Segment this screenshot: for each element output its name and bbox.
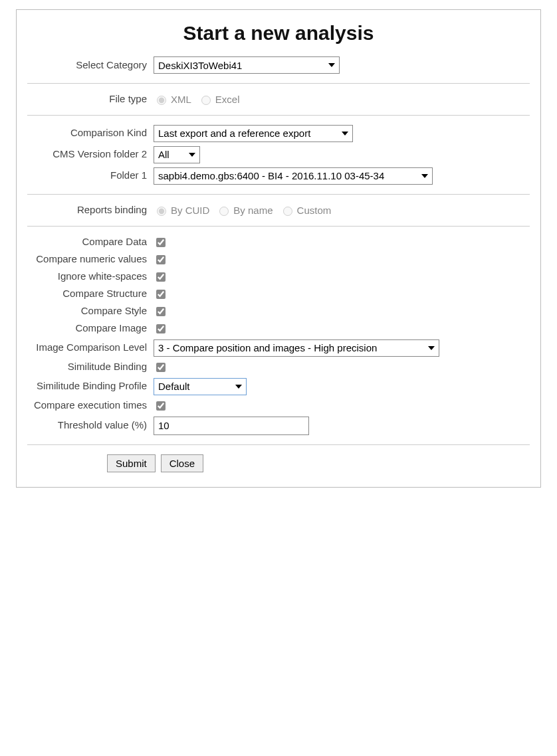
label-folder1: Folder 1 <box>27 169 154 182</box>
row-ignore-ws: Ignore white-spaces <box>27 270 530 284</box>
cms-version-folder2-dropdown[interactable]: All <box>154 146 200 163</box>
compare-data-checkbox[interactable] <box>156 238 166 247</box>
label-file-type: File type <box>27 93 154 106</box>
folder1-dropdown[interactable]: sapbi4.demo.gbs:6400 - BI4 - 2016.11.10 … <box>154 167 433 185</box>
row-select-category: Select Category DeskiXI3ToWebi41 <box>27 56 530 74</box>
label-similitude-binding: Similitude Binding <box>27 361 154 373</box>
label-compare-style: Compare Style <box>27 305 154 318</box>
label-cms-version-folder2: CMS Version folder 2 <box>27 148 154 161</box>
file-type-excel-label: Excel <box>215 94 240 105</box>
reports-binding-custom-label: Custom <box>297 205 332 216</box>
ignore-ws-checkbox[interactable] <box>156 272 166 282</box>
label-image-comp-level: Image Comparison Level <box>27 341 154 354</box>
image-comp-level-dropdown[interactable]: 3 - Compare position and images - High p… <box>154 339 439 357</box>
label-compare-numeric: Compare numeric values <box>27 253 154 266</box>
label-compare-data: Compare Data <box>27 236 154 248</box>
reports-binding-custom-radio[interactable] <box>283 207 292 216</box>
label-select-category: Select Category <box>27 59 154 72</box>
label-compare-exec-times: Compare execution times <box>27 399 154 412</box>
row-compare-exec-times: Compare execution times <box>27 399 530 413</box>
label-comparison-kind: Comparison Kind <box>27 127 154 140</box>
row-similitude-binding-profile: Similitude Binding Profile Default <box>27 378 530 395</box>
compare-numeric-checkbox[interactable] <box>156 255 166 264</box>
comparison-kind-dropdown[interactable]: Last export and a reference export <box>154 125 353 142</box>
reports-binding-by-name-option[interactable]: By name <box>216 205 273 216</box>
label-reports-binding: Reports binding <box>27 204 154 217</box>
row-compare-structure: Compare Structure <box>27 288 530 301</box>
compare-exec-times-checkbox[interactable] <box>156 401 166 411</box>
file-type-xml-option[interactable]: XML <box>154 94 191 105</box>
reports-binding-custom-option[interactable]: Custom <box>280 205 332 216</box>
row-reports-binding: Reports binding By CUID By name Custom <box>27 204 530 217</box>
reports-binding-by-name-radio[interactable] <box>219 207 229 216</box>
analysis-form-card: Start a new analysis Select Category Des… <box>16 9 541 488</box>
file-type-excel-radio[interactable] <box>201 96 211 105</box>
file-type-xml-radio[interactable] <box>157 96 166 105</box>
row-compare-image: Compare Image <box>27 322 530 335</box>
label-ignore-ws: Ignore white-spaces <box>27 270 154 283</box>
label-similitude-binding-profile: Similitude Binding Profile <box>27 380 154 393</box>
label-threshold: Threshold value (%) <box>27 419 154 432</box>
row-cms-version-folder2: CMS Version folder 2 All <box>27 146 530 163</box>
separator <box>27 194 530 195</box>
row-similitude-binding: Similitude Binding <box>27 361 530 374</box>
separator <box>27 115 530 116</box>
row-folder1: Folder 1 sapbi4.demo.gbs:6400 - BI4 - 20… <box>27 167 530 185</box>
label-compare-structure: Compare Structure <box>27 288 154 300</box>
row-image-comp-level: Image Comparison Level 3 - Compare posit… <box>27 339 530 357</box>
separator <box>27 444 530 445</box>
row-compare-data: Compare Data <box>27 236 530 249</box>
file-type-xml-label: XML <box>171 94 191 105</box>
separator <box>27 83 530 84</box>
row-comparison-kind: Comparison Kind Last export and a refere… <box>27 125 530 142</box>
submit-button[interactable]: Submit <box>107 454 156 472</box>
page-title: Start a new analysis <box>27 22 530 45</box>
row-compare-numeric: Compare numeric values <box>27 253 530 266</box>
label-compare-image: Compare Image <box>27 322 154 335</box>
select-category-dropdown[interactable]: DeskiXI3ToWebi41 <box>154 56 340 74</box>
button-row: Submit Close <box>27 454 530 472</box>
file-type-excel-option[interactable]: Excel <box>198 94 240 105</box>
reports-binding-by-cuid-label: By CUID <box>171 205 209 216</box>
similitude-binding-profile-dropdown[interactable]: Default <box>154 378 247 395</box>
row-compare-style: Compare Style <box>27 305 530 318</box>
compare-style-checkbox[interactable] <box>156 307 166 316</box>
row-file-type: File type XML Excel <box>27 93 530 106</box>
close-button[interactable]: Close <box>161 454 203 472</box>
row-threshold: Threshold value (%) <box>27 417 530 435</box>
compare-structure-checkbox[interactable] <box>156 290 166 299</box>
reports-binding-by-name-label: By name <box>233 205 273 216</box>
reports-binding-by-cuid-radio[interactable] <box>157 207 166 216</box>
separator <box>27 226 530 227</box>
compare-image-checkbox[interactable] <box>156 324 166 333</box>
similitude-binding-checkbox[interactable] <box>156 363 166 372</box>
reports-binding-by-cuid-option[interactable]: By CUID <box>154 205 209 216</box>
threshold-input[interactable] <box>154 417 309 435</box>
